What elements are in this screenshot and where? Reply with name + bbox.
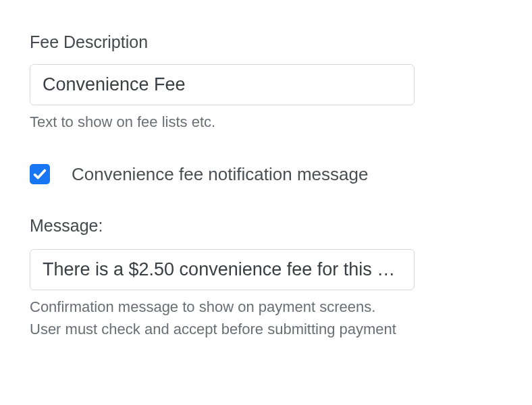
notification-checkbox-row: Convenience fee notification message bbox=[30, 164, 502, 185]
message-input[interactable] bbox=[30, 249, 415, 290]
checkmark-icon bbox=[32, 167, 47, 182]
notification-checkbox[interactable] bbox=[30, 164, 50, 184]
fee-description-input[interactable] bbox=[30, 64, 415, 105]
message-group: Message: Confirmation message to show on… bbox=[30, 216, 502, 340]
fee-description-help: Text to show on fee lists etc. bbox=[30, 112, 502, 133]
fee-description-label: Fee Description bbox=[30, 32, 502, 52]
message-help-line2: User must check and accept before submit… bbox=[30, 319, 502, 340]
notification-checkbox-label: Convenience fee notification message bbox=[72, 164, 368, 185]
fee-description-group: Fee Description Text to show on fee list… bbox=[30, 32, 502, 133]
message-label: Message: bbox=[30, 216, 502, 236]
message-help-line1: Confirmation message to show on payment … bbox=[30, 297, 502, 318]
